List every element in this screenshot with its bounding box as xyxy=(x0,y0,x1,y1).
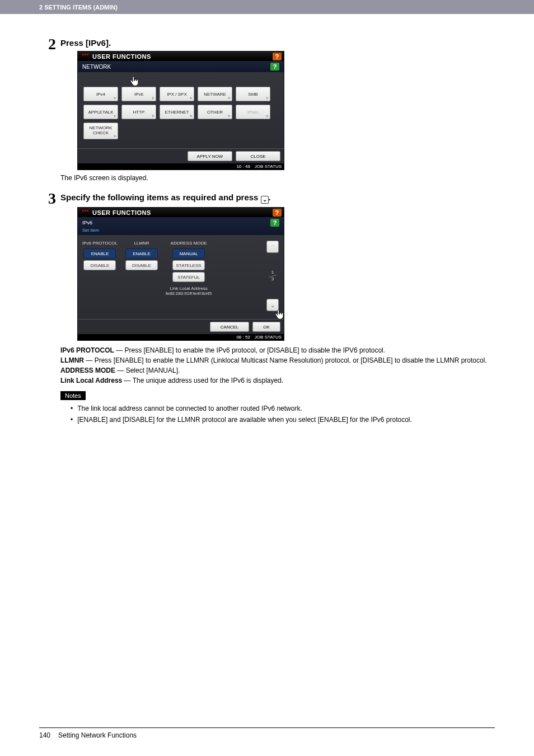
step3-title: Specify the following items as required … xyxy=(60,192,495,204)
help-icon[interactable]: ? xyxy=(270,219,279,227)
net-btn-http[interactable]: HTTP▸ xyxy=(121,105,156,119)
step2-number: 2 xyxy=(39,36,56,183)
close-button[interactable]: CLOSE xyxy=(236,151,280,161)
ok-button[interactable]: OK xyxy=(252,322,280,332)
llmnr-label: LLMNR xyxy=(134,241,149,246)
chevron-down-icon: ⌄ xyxy=(261,196,269,204)
ipv6-enable-button[interactable]: ENABLE xyxy=(83,248,116,259)
net-btn-appletalk[interactable]: APPLETALK▸ xyxy=(83,105,118,119)
page-number: 140 xyxy=(39,731,50,739)
pointer-icon xyxy=(274,309,286,321)
net-btn-ipv6[interactable]: IPv6▸ xyxy=(121,87,156,101)
net-btn-ipv4[interactable]: IPv4▸ xyxy=(83,87,118,101)
net-btn-smb[interactable]: SMB▸ xyxy=(236,87,270,101)
console-network: USER FUNCTIONS ? NETWORK ? IPv4▸ IPv6▸ xyxy=(77,51,284,170)
console-ipv6: USER FUNCTIONS ? IPv6 ? Set Item xyxy=(77,207,284,341)
manual-button[interactable]: MANUAL xyxy=(172,248,205,259)
status-time: 08 : 52 xyxy=(236,335,250,340)
address-mode-label: ADDRESS MODE xyxy=(171,241,207,246)
net-btn-netware[interactable]: NETWARE▸ xyxy=(198,87,232,101)
step2-caption: The IPv6 screen is displayed. xyxy=(60,173,495,183)
stateful-button[interactable]: STATEFUL xyxy=(172,272,205,282)
job-status[interactable]: JOB STATUS xyxy=(255,164,282,169)
job-status[interactable]: JOB STATUS xyxy=(255,335,282,340)
status-time: 10 : 48 xyxy=(236,164,250,169)
cancel-button[interactable]: CANCEL xyxy=(210,322,249,332)
link-local-label: Link Local Address xyxy=(166,286,212,291)
pointer-icon xyxy=(129,76,141,88)
net-btn-networkcheck[interactable]: NETWORK CHECK▸ xyxy=(83,123,118,139)
notes-list: The link local address cannot be connect… xyxy=(60,403,495,425)
logo-dots xyxy=(82,210,90,215)
step2-title: Press [IPv6]. xyxy=(60,38,495,48)
ipv6-protocol-label: IPv6 PROTOCOL xyxy=(82,241,118,246)
console1-title: USER FUNCTIONS xyxy=(92,53,151,60)
step3-number: 3 xyxy=(39,191,56,426)
ipv6-disable-button[interactable]: DISABLE xyxy=(83,260,116,270)
console2-subtitle: IPv6 xyxy=(82,220,92,226)
notes-label: Notes xyxy=(60,391,86,400)
step3-description: IPv6 PROTOCOL — Press [ENABLE] to enable… xyxy=(60,345,495,386)
header-chapter: 2 SETTING ITEMS (ADMIN) xyxy=(0,0,534,14)
logo-dots xyxy=(82,54,90,59)
page-indicator: 1 3 xyxy=(269,270,277,282)
help-icon[interactable]: ? xyxy=(273,209,282,217)
set-item-tab[interactable]: Set Item xyxy=(78,227,284,235)
console1-subtitle: NETWORK xyxy=(82,64,111,70)
note-item: The link local address cannot be connect… xyxy=(71,403,495,414)
scroll-up-button[interactable]: ⌃ xyxy=(266,241,279,253)
net-btn-ipsec[interactable]: IPsec▸ xyxy=(236,105,270,119)
net-btn-other[interactable]: OTHER▸ xyxy=(198,105,232,119)
help-icon[interactable]: ? xyxy=(273,53,282,60)
stateless-button[interactable]: STATELESS xyxy=(172,260,205,270)
llmnr-disable-button[interactable]: DISABLE xyxy=(125,260,158,270)
help-icon[interactable]: ? xyxy=(270,63,279,71)
footer-section: Setting Network Functions xyxy=(58,731,137,739)
net-btn-ethernet[interactable]: ETHERNET▸ xyxy=(160,105,194,119)
console2-title: USER FUNCTIONS xyxy=(92,209,151,216)
llmnr-enable-button[interactable]: ENABLE xyxy=(125,248,158,259)
link-local-value: fe80:280:91ff:fe4f:8d45 xyxy=(166,291,212,296)
net-btn-ipxspx[interactable]: IPX / SPX▸ xyxy=(160,87,194,101)
apply-now-button[interactable]: APPLY NOW xyxy=(188,151,232,161)
note-item: [ENABLE] and [DISABLE] for the LLMNR pro… xyxy=(71,415,495,425)
